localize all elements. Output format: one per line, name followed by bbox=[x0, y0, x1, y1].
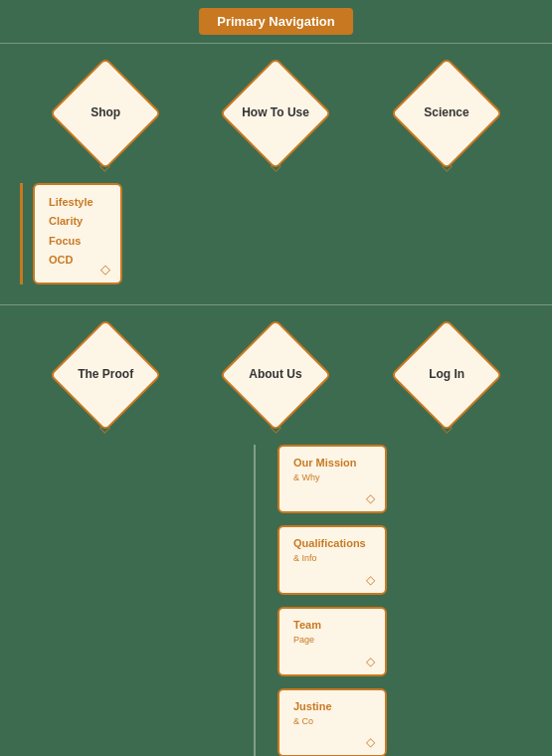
about-us-submenu-col: Our Mission & Why ◇ Qualifications & Inf… bbox=[268, 445, 387, 756]
how-to-use-label: How To Use bbox=[243, 105, 310, 121]
log-in-label: Log In bbox=[429, 367, 464, 383]
team-card[interactable]: Team Page ◇ bbox=[277, 607, 387, 676]
qualifications-arrow: ◇ bbox=[366, 573, 375, 587]
shop-node: Shop ◇ bbox=[51, 74, 160, 173]
log-in-node: Log In ◇ bbox=[392, 335, 501, 435]
about-us-diamond[interactable]: About Us bbox=[220, 318, 332, 431]
submenu-item-clarity[interactable]: Clarity bbox=[49, 214, 106, 229]
about-us-node: About Us ◇ bbox=[221, 335, 330, 435]
justine-card[interactable]: Justine & Co ◇ bbox=[277, 688, 387, 756]
bottom-diamond-row: The Proof ◇ About Us ◇ Log In ◇ bbox=[10, 335, 542, 435]
primary-nav-label: Primary Navigation bbox=[199, 8, 353, 35]
top-section: Shop ◇ How To Use ◇ Science ◇ Lifestyle … bbox=[0, 44, 552, 304]
science-diamond[interactable]: Science bbox=[391, 57, 503, 169]
our-mission-title: Our Mission bbox=[293, 457, 371, 469]
submenu-box-arrow: ◇ bbox=[100, 262, 110, 277]
our-mission-card[interactable]: Our Mission & Why ◇ bbox=[277, 445, 387, 514]
submenu-item-lifestyle[interactable]: Lifestyle bbox=[49, 195, 106, 210]
the-proof-label: The Proof bbox=[78, 367, 133, 383]
how-to-use-diamond[interactable]: How To Use bbox=[220, 57, 332, 169]
the-proof-diamond[interactable]: The Proof bbox=[49, 318, 161, 431]
shop-diamond[interactable]: Shop bbox=[49, 57, 161, 169]
qualifications-sub: & Info bbox=[293, 553, 371, 565]
qualifications-title: Qualifications bbox=[293, 537, 371, 549]
top-diamond-row: Shop ◇ How To Use ◇ Science ◇ bbox=[10, 74, 542, 173]
science-label: Science bbox=[424, 105, 468, 121]
how-to-use-node: How To Use ◇ bbox=[221, 74, 330, 173]
science-node: Science ◇ bbox=[392, 74, 501, 173]
team-arrow: ◇ bbox=[366, 655, 375, 668]
about-us-label: About Us bbox=[250, 367, 302, 383]
about-us-vline bbox=[254, 445, 256, 756]
about-us-submenu-area: Our Mission & Why ◇ Qualifications & Inf… bbox=[10, 445, 542, 756]
shop-submenu-area: Lifestyle Clarity Focus OCD ◇ bbox=[10, 183, 542, 284]
shop-label: Shop bbox=[91, 105, 120, 121]
log-in-diamond[interactable]: Log In bbox=[391, 318, 503, 431]
our-mission-sub: & Why bbox=[293, 472, 371, 484]
justine-title: Justine bbox=[293, 700, 371, 712]
submenu-item-ocd[interactable]: OCD bbox=[49, 253, 106, 268]
the-proof-node: The Proof ◇ bbox=[51, 335, 160, 435]
team-sub: Page bbox=[293, 635, 371, 647]
qualifications-card[interactable]: Qualifications & Info ◇ bbox=[277, 525, 387, 595]
submenu-item-focus[interactable]: Focus bbox=[49, 234, 106, 249]
shop-submenu-box: Lifestyle Clarity Focus OCD ◇ bbox=[33, 183, 122, 284]
submenu-left-line bbox=[20, 183, 23, 284]
justine-arrow: ◇ bbox=[366, 735, 375, 749]
justine-sub: & Co bbox=[293, 716, 371, 728]
our-mission-arrow: ◇ bbox=[366, 491, 375, 505]
team-title: Team bbox=[293, 619, 371, 631]
bottom-section: The Proof ◇ About Us ◇ Log In ◇ Our Miss… bbox=[0, 305, 552, 756]
header: Primary Navigation bbox=[0, 0, 552, 43]
